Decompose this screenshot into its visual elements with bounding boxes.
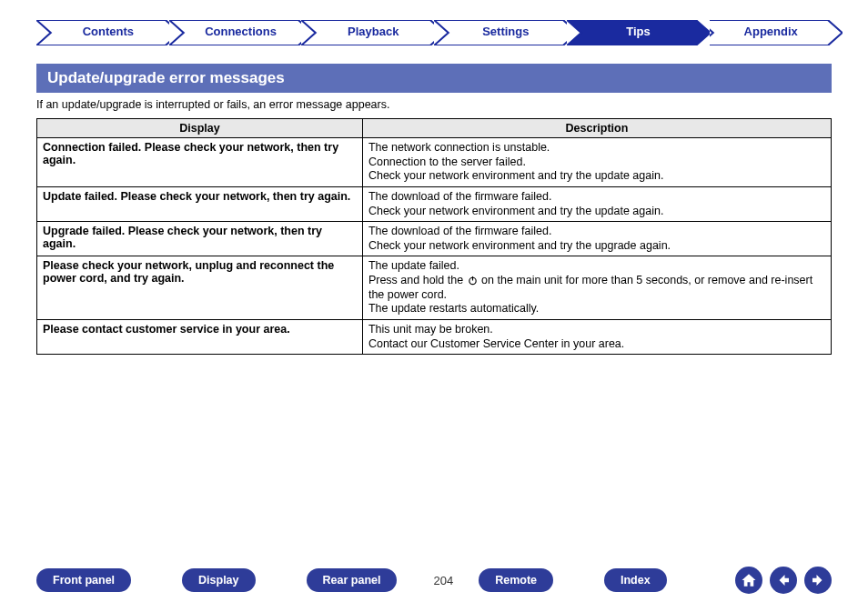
description-cell: This unit may be broken.Contact our Cust… bbox=[362, 319, 831, 354]
error-table: Display Description Connection failed. P… bbox=[36, 118, 832, 355]
tab-label: Tips bbox=[626, 25, 651, 38]
table-row: Please check your network, unplug and re… bbox=[37, 256, 832, 320]
col-header-description: Description bbox=[362, 119, 831, 138]
tab-tips[interactable]: Tips bbox=[567, 20, 711, 45]
tab-label: Contents bbox=[83, 25, 134, 38]
description-line: Connection to the server failed. bbox=[368, 156, 825, 170]
description-line: The update restarts automatically. bbox=[368, 302, 825, 316]
power-icon bbox=[467, 274, 479, 286]
tab-label: Playback bbox=[348, 25, 399, 38]
tab-connections[interactable]: Connections bbox=[169, 20, 313, 45]
section-title: Update/upgrade error messages bbox=[36, 64, 832, 93]
display-cell: Connection failed. Please check your net… bbox=[37, 138, 363, 187]
description-line: The update failed. bbox=[368, 259, 825, 274]
tab-contents[interactable]: Contents bbox=[36, 20, 180, 45]
description-line: The network connection is unstable. bbox=[368, 141, 825, 156]
rear-panel-button[interactable]: Rear panel bbox=[307, 568, 398, 592]
col-header-display: Display bbox=[37, 119, 363, 138]
description-cell: The update failed.Press and hold the on … bbox=[362, 256, 831, 320]
table-row: Upgrade failed. Please check your networ… bbox=[37, 222, 832, 256]
table-row: Please contact customer service in your … bbox=[37, 319, 832, 354]
table-row: Update failed. Please check your network… bbox=[37, 186, 832, 221]
tab-label: Settings bbox=[482, 25, 529, 38]
tab-playback[interactable]: Playback bbox=[301, 20, 445, 45]
description-line: Check your network environment and try t… bbox=[368, 239, 825, 254]
tab-settings[interactable]: Settings bbox=[434, 20, 578, 45]
section-intro: If an update/upgrade is interrupted or f… bbox=[36, 98, 832, 111]
front-panel-button[interactable]: Front panel bbox=[36, 568, 131, 592]
description-line: Press and hold the on the main unit for … bbox=[368, 274, 825, 302]
display-cell: Please contact customer service in your … bbox=[37, 319, 363, 354]
description-line: This unit may be broken. bbox=[368, 323, 825, 337]
description-cell: The network connection is unstable.Conne… bbox=[362, 138, 831, 187]
display-cell: Please check your network, unplug and re… bbox=[37, 256, 363, 320]
next-page-icon[interactable] bbox=[804, 567, 832, 594]
description-cell: The download of the firmware failed.Chec… bbox=[362, 186, 831, 221]
home-icon[interactable] bbox=[735, 567, 762, 594]
tab-appendix[interactable]: Appendix bbox=[699, 20, 843, 45]
display-cell: Upgrade failed. Please check your networ… bbox=[37, 222, 363, 256]
description-line: Check your network environment and try t… bbox=[368, 169, 825, 184]
description-line: Check your network environment and try t… bbox=[368, 205, 825, 219]
nav-icons bbox=[735, 567, 832, 594]
table-row: Connection failed. Please check your net… bbox=[37, 138, 832, 187]
index-button[interactable]: Index bbox=[604, 568, 667, 592]
prev-page-icon[interactable] bbox=[770, 567, 797, 594]
page-number: 204 bbox=[433, 574, 453, 587]
description-line: The download of the firmware failed. bbox=[368, 225, 825, 239]
description-line: The download of the firmware failed. bbox=[368, 190, 825, 205]
description-cell: The download of the firmware failed.Chec… bbox=[362, 222, 831, 256]
display-button[interactable]: Display bbox=[182, 568, 255, 592]
footer-bar: Front panelDisplayRear panel204RemoteInd… bbox=[0, 567, 868, 594]
description-line: Contact our Customer Service Center in y… bbox=[368, 337, 825, 352]
tab-label: Appendix bbox=[744, 25, 798, 38]
remote-button[interactable]: Remote bbox=[479, 568, 553, 592]
display-cell: Update failed. Please check your network… bbox=[37, 186, 363, 221]
tab-label: Connections bbox=[205, 25, 277, 38]
tab-bar: ContentsConnectionsPlaybackSettingsTipsA… bbox=[0, 0, 868, 45]
